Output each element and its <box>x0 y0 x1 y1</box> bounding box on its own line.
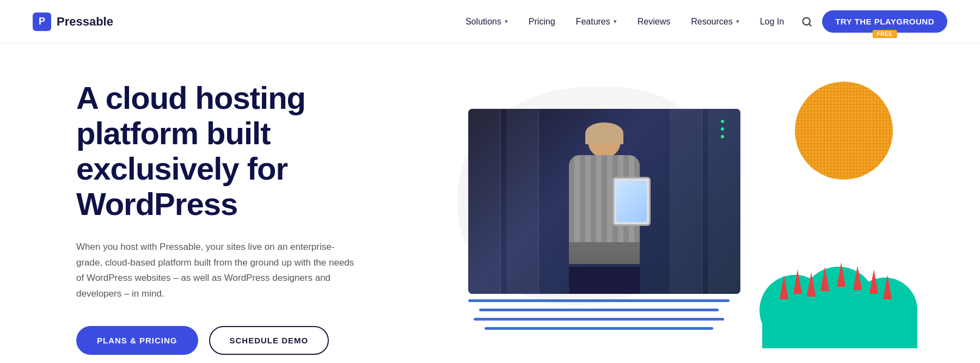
svg-rect-5 <box>762 310 917 348</box>
hero-illustration <box>425 76 947 359</box>
person-scene <box>468 109 740 294</box>
tablet-prop <box>612 177 651 226</box>
chevron-down-icon: ▾ <box>505 18 508 25</box>
hero-description: When you host with Pressable, your sites… <box>76 239 359 303</box>
logo-text: Pressable <box>57 15 113 29</box>
hero-title: A cloud hosting platform built exclusive… <box>76 81 381 222</box>
schedule-demo-button[interactable]: SCHEDULE DEMO <box>209 326 329 355</box>
logo[interactable]: P Pressable <box>33 13 113 31</box>
orange-circle-decoration <box>795 82 893 180</box>
hero-section: A cloud hosting platform built exclusive… <box>0 44 980 363</box>
free-badge: FREE <box>873 30 897 38</box>
chevron-down-icon: ▾ <box>736 18 739 25</box>
wave-lines-decoration <box>468 299 751 354</box>
nav-reviews[interactable]: Reviews <box>630 13 678 31</box>
nav-solutions[interactable]: Solutions ▾ <box>458 13 516 31</box>
svg-line-1 <box>809 23 811 26</box>
hero-buttons: PLANS & PRICING SCHEDULE DEMO <box>76 326 381 355</box>
cloud-decoration <box>740 239 936 348</box>
nav-features[interactable]: Features ▾ <box>568 13 624 31</box>
main-nav: Solutions ▾ Pricing Features ▾ Reviews R… <box>458 10 947 33</box>
search-icon[interactable] <box>797 12 817 32</box>
try-playground-button[interactable]: TRY THE PLAYGROUND FREE <box>822 10 947 33</box>
chevron-down-icon: ▾ <box>614 18 617 25</box>
logo-icon: P <box>33 13 51 31</box>
nav-pricing[interactable]: Pricing <box>521 13 563 31</box>
nav-resources[interactable]: Resources ▾ <box>683 13 746 31</box>
nav-login[interactable]: Log In <box>752 13 792 31</box>
site-header: P Pressable Solutions ▾ Pricing Features… <box>0 0 980 44</box>
hero-photo <box>468 109 740 294</box>
hero-content: A cloud hosting platform built exclusive… <box>76 81 381 355</box>
person-figure <box>544 125 664 294</box>
plans-pricing-button[interactable]: PLANS & PRICING <box>76 326 198 355</box>
